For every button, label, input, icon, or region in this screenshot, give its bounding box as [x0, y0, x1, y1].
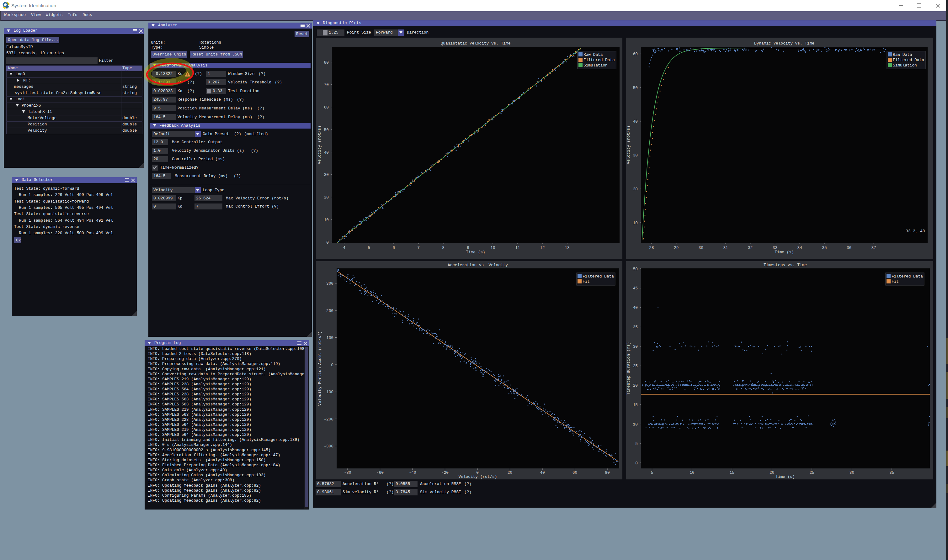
svg-text:80: 80	[324, 60, 329, 65]
svg-text:Velocity (rot/s): Velocity (rot/s)	[317, 126, 322, 164]
svg-text:0: 0	[635, 461, 638, 466]
svg-text:35: 35	[633, 325, 638, 329]
svg-text:40: 40	[324, 150, 329, 155]
svg-text:9: 9	[467, 246, 469, 250]
svg-text:Velocity (rot/s): Velocity (rot/s)	[459, 474, 497, 479]
svg-text:6: 6	[392, 246, 395, 250]
svg-text:40: 40	[633, 119, 638, 124]
svg-text:Velocity-Portion Accel (rot/s²: Velocity-Portion Accel (rot/s²)	[318, 331, 322, 406]
svg-text:4: 4	[343, 246, 345, 250]
svg-text:25: 25	[633, 364, 638, 368]
svg-text:10: 10	[490, 246, 495, 250]
svg-text:Raw Data: Raw Data	[893, 52, 912, 57]
svg-text:Raw Data: Raw Data	[583, 52, 603, 57]
svg-text:5: 5	[368, 246, 370, 250]
svg-text:10: 10	[324, 218, 329, 222]
svg-text:0: 0	[326, 240, 329, 245]
svg-text:45: 45	[633, 286, 638, 291]
svg-text:30: 30	[849, 470, 854, 475]
svg-text:20: 20	[769, 470, 774, 475]
svg-text:11: 11	[515, 246, 520, 250]
svg-text:Timesteps vs. Time: Timesteps vs. Time	[763, 263, 807, 268]
svg-text:Filtered Data: Filtered Data	[583, 274, 614, 279]
svg-text:8: 8	[442, 246, 444, 250]
svg-text:300: 300	[326, 281, 333, 286]
svg-text:35: 35	[822, 246, 826, 250]
svg-text:20: 20	[633, 187, 638, 192]
svg-text:30: 30	[633, 344, 638, 349]
svg-text:12: 12	[540, 246, 544, 250]
svg-text:13: 13	[565, 246, 569, 250]
svg-text:Filtered Data: Filtered Data	[893, 58, 924, 62]
svg-text:Filtered Data: Filtered Data	[583, 58, 615, 62]
svg-text:100: 100	[326, 335, 333, 340]
svg-text:40: 40	[633, 305, 638, 310]
svg-text:29: 29	[674, 246, 678, 250]
svg-text:20: 20	[633, 383, 638, 388]
svg-text:36: 36	[847, 246, 851, 250]
svg-text:Velocity (rot/s): Velocity (rot/s)	[626, 126, 631, 164]
svg-text:Time (s): Time (s)	[466, 250, 485, 255]
svg-text:-300: -300	[324, 444, 333, 449]
svg-text:70: 70	[324, 83, 329, 87]
svg-text:50: 50	[633, 267, 638, 272]
svg-text:Timestep duration (ms): Timestep duration (ms)	[626, 342, 631, 395]
svg-text:0: 0	[331, 363, 333, 368]
svg-text:-200: -200	[324, 417, 333, 422]
svg-text:60: 60	[572, 470, 577, 475]
svg-text:34: 34	[797, 246, 802, 250]
svg-text:Time (s): Time (s)	[775, 474, 795, 479]
svg-text:30: 30	[698, 246, 703, 250]
svg-text:10: 10	[633, 422, 638, 427]
svg-text:35: 35	[889, 470, 894, 475]
svg-text:Acceleration vs. Velocity: Acceleration vs. Velocity	[448, 263, 508, 268]
svg-text:31: 31	[723, 246, 728, 250]
svg-text:20: 20	[324, 195, 329, 200]
svg-text:80: 80	[605, 470, 609, 475]
svg-text:Dynamic Velocity vs. Time: Dynamic Velocity vs. Time	[754, 41, 814, 46]
svg-text:Filtered Data: Filtered Data	[891, 274, 923, 279]
svg-text:7: 7	[417, 246, 420, 250]
svg-text:Simulation: Simulation	[583, 63, 607, 68]
svg-text:25: 25	[809, 470, 814, 475]
svg-text:50: 50	[324, 128, 329, 132]
svg-text:15: 15	[633, 403, 638, 407]
svg-text:30: 30	[324, 172, 329, 177]
svg-text:Fit: Fit	[891, 279, 899, 284]
svg-text:10: 10	[633, 221, 638, 225]
svg-text:10: 10	[689, 470, 694, 475]
svg-text:60: 60	[324, 105, 329, 110]
svg-text:-100: -100	[324, 390, 333, 394]
svg-text:5: 5	[651, 470, 654, 475]
svg-text:-80: -80	[344, 470, 351, 475]
svg-text:40: 40	[540, 470, 544, 475]
svg-text:33.2, 48: 33.2, 48	[906, 229, 925, 234]
svg-text:Simulation: Simulation	[893, 63, 917, 68]
svg-text:Time (s): Time (s)	[775, 250, 794, 255]
svg-text:5: 5	[635, 442, 638, 446]
svg-text:Fit: Fit	[583, 279, 590, 284]
svg-text:-40: -40	[409, 470, 416, 475]
svg-text:30: 30	[633, 153, 638, 158]
svg-text:-60: -60	[376, 470, 384, 475]
svg-text:60: 60	[633, 52, 638, 57]
svg-text:Quasistatic Velocity vs. Time: Quasistatic Velocity vs. Time	[441, 41, 511, 46]
svg-text:20: 20	[507, 470, 512, 475]
svg-text:32: 32	[748, 246, 752, 250]
svg-text:28: 28	[649, 246, 654, 250]
svg-text:37: 37	[871, 246, 876, 250]
svg-text:33: 33	[773, 246, 777, 250]
svg-text:200: 200	[326, 309, 333, 313]
svg-text:-20: -20	[441, 470, 449, 475]
svg-text:50: 50	[633, 86, 638, 90]
svg-text:15: 15	[730, 470, 734, 475]
